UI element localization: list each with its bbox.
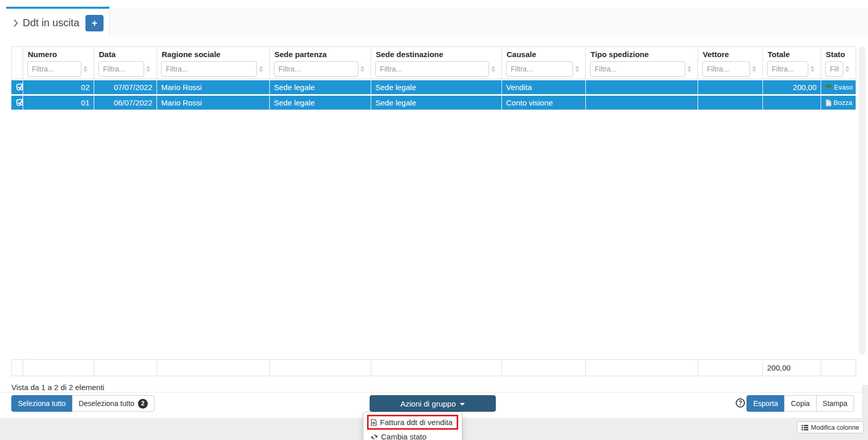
table-scrollbar[interactable] bbox=[859, 46, 865, 355]
footer-cell bbox=[94, 359, 157, 376]
export-button[interactable]: Esporta bbox=[747, 395, 785, 412]
annotation-highlight-box: Fattura ddt di vendita bbox=[367, 415, 458, 430]
group-actions-menu: Fattura ddt di vendita Cambia stato bbox=[363, 412, 462, 440]
page-background-edge bbox=[862, 385, 868, 418]
filter-sede-destinazione-input[interactable] bbox=[375, 61, 489, 77]
column-numero: Numero bbox=[23, 46, 94, 79]
sort-icon[interactable] bbox=[752, 66, 756, 72]
cell-stato: Evaso bbox=[821, 79, 856, 95]
gray-draft-icon bbox=[825, 99, 831, 107]
column-stato: Stato bbox=[821, 46, 856, 79]
chevron-right-icon bbox=[13, 19, 18, 27]
cell-causale: Conto visione bbox=[502, 95, 586, 110]
selection-button-group: Seleziona tutto Deseleziona tutto 2 bbox=[11, 395, 154, 412]
cell-ragione-sociale: Mario Rossi bbox=[157, 95, 270, 110]
cell-ragione-sociale: Mario Rossi bbox=[157, 79, 270, 95]
group-actions-button[interactable]: Azioni di gruppo bbox=[370, 395, 496, 412]
print-button[interactable]: Stampa bbox=[816, 395, 854, 412]
app-screen: Ddt in uscita + Numero Data bbox=[0, 0, 868, 440]
footer-cell bbox=[23, 359, 94, 376]
cell-vettore bbox=[698, 95, 763, 110]
cell-totale: 200,00 bbox=[763, 79, 821, 95]
filter-data-input[interactable] bbox=[98, 61, 144, 77]
row-selected-checkbox[interactable] bbox=[11, 79, 23, 95]
filter-sede-partenza-input[interactable] bbox=[274, 61, 358, 77]
tab-ddt-in-uscita[interactable]: Ddt in uscita + bbox=[6, 7, 110, 37]
filter-numero-input[interactable] bbox=[27, 61, 81, 77]
status-badge: Bozza bbox=[834, 99, 852, 107]
check-square-icon bbox=[15, 97, 23, 107]
column-ragione-sociale: Ragione sociale bbox=[157, 46, 270, 79]
footer-cell bbox=[371, 359, 502, 376]
footer-cell bbox=[270, 359, 371, 376]
row-selected-checkbox[interactable] bbox=[11, 95, 23, 110]
sort-icon[interactable] bbox=[687, 66, 691, 72]
cell-totale bbox=[763, 95, 821, 110]
tab-bar bbox=[110, 9, 868, 37]
column-vettore: Vettore bbox=[698, 46, 763, 79]
column-select bbox=[11, 46, 23, 79]
column-label: Sede destinazione bbox=[371, 50, 501, 61]
filter-tipo-spedizione-input[interactable] bbox=[590, 61, 685, 77]
sort-icon[interactable] bbox=[491, 66, 495, 72]
table-row[interactable]: 01 06/07/2022 Mario Rossi Sede legale Se… bbox=[11, 95, 856, 110]
sort-icon[interactable] bbox=[360, 66, 364, 72]
column-label: Ragione sociale bbox=[157, 50, 269, 61]
cell-data: 06/07/2022 bbox=[94, 95, 157, 110]
sort-icon[interactable] bbox=[259, 66, 263, 72]
column-sede-destinazione: Sede destinazione bbox=[371, 46, 502, 79]
ddt-table: Numero Data Ragione sociale Sede partenz… bbox=[11, 46, 856, 110]
caret-down-icon bbox=[460, 403, 465, 406]
column-label: Data bbox=[94, 50, 157, 61]
cell-sede-destinazione: Sede legale bbox=[371, 95, 502, 110]
help-icon[interactable]: ? bbox=[736, 398, 745, 408]
add-ddt-button[interactable]: + bbox=[85, 15, 103, 31]
menu-item-fattura-ddt[interactable]: Fattura ddt di vendita bbox=[369, 416, 457, 428]
footer-cell bbox=[11, 359, 23, 376]
page-title: Ddt in uscita bbox=[23, 17, 79, 29]
selected-count-badge: 2 bbox=[138, 399, 148, 409]
status-badge: Evaso bbox=[834, 83, 853, 91]
deselect-all-button[interactable]: Deseleziona tutto 2 bbox=[72, 395, 154, 412]
copy-button[interactable]: Copia bbox=[784, 395, 817, 412]
footer-totale: 200,00 bbox=[763, 359, 821, 376]
cell-data: 07/07/2022 bbox=[94, 79, 157, 95]
column-sede-partenza: Sede partenza bbox=[270, 46, 371, 79]
export-button-group: Esporta Copia Stampa bbox=[747, 395, 854, 412]
modify-columns-button[interactable]: Modifica colonne bbox=[797, 421, 864, 433]
filter-causale-input[interactable] bbox=[506, 61, 573, 77]
table-row[interactable]: 02 07/07/2022 Mario Rossi Sede legale Se… bbox=[11, 79, 856, 95]
cell-tipo-spedizione bbox=[586, 79, 698, 95]
column-label: Numero bbox=[23, 50, 94, 61]
column-tipo-spedizione: Tipo spedizione bbox=[586, 46, 698, 79]
menu-item-label: Fattura ddt di vendita bbox=[380, 418, 453, 427]
column-data: Data bbox=[94, 46, 157, 79]
column-label: Stato bbox=[821, 50, 856, 61]
filter-vettore-input[interactable] bbox=[702, 61, 750, 77]
cell-sede-partenza: Sede legale bbox=[270, 79, 371, 95]
sort-icon[interactable] bbox=[575, 66, 579, 72]
column-label: Vettore bbox=[698, 50, 762, 61]
select-all-button[interactable]: Seleziona tutto bbox=[11, 395, 73, 412]
filter-totale-input[interactable] bbox=[767, 61, 808, 77]
footer-cell bbox=[586, 359, 698, 376]
footer-cell bbox=[821, 359, 856, 376]
cell-vettore bbox=[698, 79, 763, 95]
cell-sede-destinazione: Sede legale bbox=[371, 79, 502, 95]
divider bbox=[0, 392, 862, 393]
columns-list-icon bbox=[802, 425, 808, 431]
footer-cell bbox=[698, 359, 763, 376]
menu-item-cambia-stato[interactable]: Cambia stato bbox=[363, 431, 462, 440]
footer-cell bbox=[502, 359, 586, 376]
menu-item-label: Cambia stato bbox=[381, 432, 426, 440]
sort-icon[interactable] bbox=[845, 66, 849, 72]
cell-numero: 02 bbox=[23, 79, 94, 95]
modify-columns-label: Modifica colonne bbox=[811, 424, 859, 431]
sort-icon[interactable] bbox=[810, 66, 814, 72]
deselect-all-label: Deseleziona tutto bbox=[79, 399, 134, 408]
sort-icon[interactable] bbox=[83, 66, 88, 72]
filter-stato-input[interactable] bbox=[825, 61, 843, 77]
table-footer-row: 200,00 bbox=[11, 359, 856, 376]
filter-ragione-sociale-input[interactable] bbox=[161, 61, 257, 77]
sort-icon[interactable] bbox=[146, 66, 150, 72]
